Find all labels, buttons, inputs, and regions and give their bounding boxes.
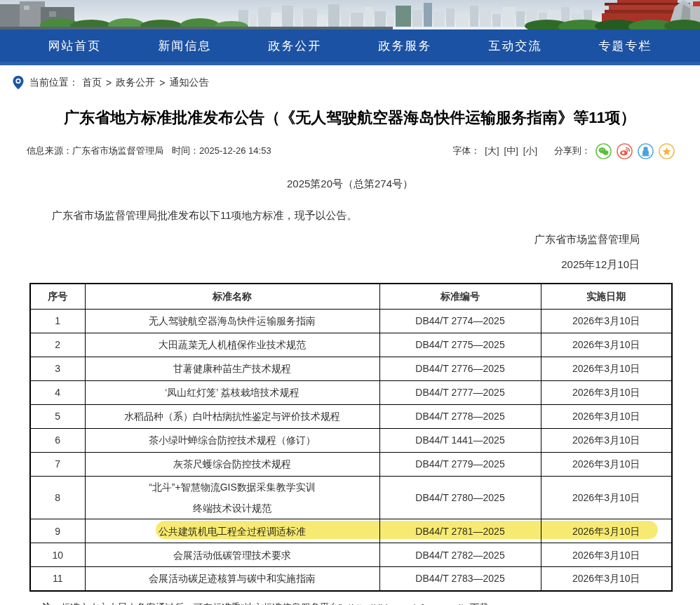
- cell-name: 会展活动碳足迹核算与碳中和实施指南: [85, 567, 379, 591]
- cell-seq: 8: [30, 476, 85, 519]
- standards-table-wrap: 序号 标准名称 标准编号 实施日期 1无人驾驶航空器海岛快件运输服务指南DB44…: [29, 283, 671, 591]
- cell-seq: 7: [30, 452, 85, 476]
- page-title: 广东省地方标准批准发布公告（《无人驾驶航空器海岛快件运输服务指南》等11项）: [28, 107, 672, 129]
- cell-seq: 2: [30, 333, 85, 357]
- table-row: 11会展活动碳足迹核算与碳中和实施指南DB44/T 2783—20252026年…: [30, 567, 672, 591]
- cell-name: 甘薯健康种苗生产技术规程: [85, 357, 379, 380]
- cell-date: 2026年3月10日: [541, 476, 672, 519]
- cell-code: DB44/T 2782—2025: [379, 543, 541, 567]
- table-row: 7灰茶尺蠖综合防控技术规程DB44/T 2779—20252026年3月10日: [30, 452, 672, 476]
- header-code: 标准编号: [379, 284, 541, 309]
- cell-date: 2026年3月10日: [541, 357, 672, 380]
- breadcrumb: 当前位置： 首页 > 政务公开 > 通知公告: [0, 65, 700, 95]
- cell-code: DB44/T 2777—2025: [379, 380, 541, 404]
- time-label: 时间：: [172, 145, 199, 156]
- share-wechat-icon[interactable]: [595, 143, 612, 159]
- font-size-large-button[interactable]: [大]: [485, 145, 499, 157]
- cell-code: DB44/T 2778—2025: [379, 404, 541, 428]
- cell-name: 大田蔬菜无人机植保作业技术规范: [85, 333, 379, 357]
- share-label: 分享到：: [554, 145, 591, 157]
- nav-item-special-topics[interactable]: 专题专栏: [570, 29, 680, 62]
- share-qq-icon[interactable]: [638, 143, 654, 159]
- cell-code: DB44/T 1441—2025: [379, 428, 541, 452]
- cell-name: 公共建筑机电工程全过程调适标准: [85, 519, 379, 543]
- cell-seq: 9: [30, 519, 85, 543]
- cell-date: 2026年3月10日: [541, 380, 672, 404]
- nav-item-gov-services[interactable]: 政务服务: [350, 29, 460, 62]
- cell-seq: 11: [30, 567, 85, 591]
- time-value: 2025-12-26 14:53: [199, 145, 271, 156]
- cell-date: 2026年3月10日: [541, 452, 672, 476]
- source-time: 信息来源：广东省市场监督管理局时间：2025-12-26 14:53: [27, 145, 271, 157]
- share-favorite-star-icon[interactable]: [659, 143, 675, 159]
- cell-code: DB44/T 2779—2025: [379, 452, 541, 476]
- cell-code: DB44/T 2774—2025: [379, 309, 541, 333]
- cell-name: “北斗”+智慧物流GIS数据采集教学实训 终端技术设计规范: [85, 476, 379, 519]
- table-row: 5水稻品种（系）白叶枯病抗性鉴定与评价技术规程DB44/T 2778—20252…: [30, 404, 672, 428]
- source-label: 信息来源：: [27, 145, 72, 156]
- nav-item-news[interactable]: 新闻信息: [130, 29, 240, 62]
- article-meta: 信息来源：广东省市场监督管理局时间：2025-12-26 14:53 字体： […: [27, 143, 675, 159]
- page: 网站首页 新闻信息 政务公开 政务服务 互动交流 专题专栏 当前位置： 首页 >…: [0, 0, 700, 605]
- main-nav: 网站首页 新闻信息 政务公开 政务服务 互动交流 专题专栏: [0, 29, 700, 62]
- header-name: 标准名称: [85, 284, 379, 309]
- doc-number: 2025第20号（总第274号）: [0, 178, 700, 191]
- cell-name: 会展活动低碳管理技术要求: [85, 543, 379, 567]
- cell-name: 水稻品种（系）白叶枯病抗性鉴定与评价技术规程: [85, 404, 379, 428]
- cell-name: 茶小绿叶蝉综合防控技术规程（修订）: [85, 428, 379, 452]
- cell-date: 2026年3月10日: [541, 543, 672, 567]
- location-pin-icon: [13, 76, 24, 90]
- cell-name: 灰茶尺蠖综合防控技术规程: [85, 452, 379, 476]
- font-size-medium-button[interactable]: [中]: [504, 145, 518, 157]
- cell-code: DB44/T 2776—2025: [379, 357, 541, 380]
- breadcrumb-separator: >: [105, 77, 112, 88]
- breadcrumb-separator: >: [159, 77, 166, 88]
- nav-item-gov-disclosure[interactable]: 政务公开: [240, 29, 350, 62]
- cityscape-graphic: [0, 0, 700, 29]
- sign-date: 2025年12月10日: [0, 258, 640, 272]
- cell-name: ‘凤山红灯笼’ 荔枝栽培技术规程: [85, 380, 379, 404]
- cell-code: DB44/T 2781—2025: [379, 519, 541, 543]
- table-row: 10会展活动低碳管理技术要求DB44/T 2782—20252026年3月10日: [30, 543, 672, 567]
- table-row: 8“北斗”+智慧物流GIS数据采集教学实训 终端技术设计规范DB44/T 278…: [30, 476, 672, 519]
- breadcrumb-gov-disclosure[interactable]: 政务公开: [116, 77, 155, 89]
- cell-date: 2026年3月10日: [541, 309, 672, 333]
- cell-code: DB44/T 2780—2025: [379, 476, 541, 519]
- footnote-text: 标准文本六十日内备案通过后，可在标准委“地方标准信息服务平台”（http://d…: [61, 602, 498, 605]
- cell-code: DB44/T 2775—2025: [379, 333, 541, 357]
- footnote: 注：标准文本六十日内备案通过后，可在标准委“地方标准信息服务平台”（http:/…: [42, 601, 671, 605]
- breadcrumb-label: 当前位置：: [29, 77, 79, 89]
- signer: 广东省市场监督管理局: [0, 233, 640, 246]
- announcement-body: 广东省市场监督管理局批准发布以下11项地方标准，现予以公告。: [31, 208, 669, 224]
- source-value: 广东省市场监督管理局: [72, 145, 163, 156]
- cell-seq: 5: [30, 404, 85, 428]
- font-label: 字体：: [452, 145, 480, 157]
- table-header-row: 序号 标准名称 标准编号 实施日期: [30, 284, 672, 309]
- table-row: 1无人驾驶航空器海岛快件运输服务指南DB44/T 2774—20252026年3…: [30, 309, 672, 333]
- cell-seq: 4: [30, 380, 85, 404]
- cell-name: 无人驾驶航空器海岛快件运输服务指南: [85, 309, 379, 333]
- standards-table-body: 1无人驾驶航空器海岛快件运输服务指南DB44/T 2774—20252026年3…: [30, 309, 672, 590]
- header-seq: 序号: [30, 284, 85, 309]
- cell-seq: 1: [30, 309, 85, 333]
- header-date: 实施日期: [541, 284, 672, 309]
- nav-item-interaction[interactable]: 互动交流: [460, 29, 570, 62]
- table-row: 3甘薯健康种苗生产技术规程DB44/T 2776—20252026年3月10日: [30, 357, 672, 380]
- share-weibo-icon[interactable]: [617, 143, 633, 159]
- breadcrumb-home[interactable]: 首页: [82, 77, 102, 89]
- cell-date: 2026年3月10日: [541, 428, 672, 452]
- cell-date: 2026年3月10日: [541, 519, 672, 543]
- footnote-label: 注：: [42, 602, 61, 605]
- table-row: 4‘凤山红灯笼’ 荔枝栽培技术规程DB44/T 2777—20252026年3月…: [30, 380, 672, 404]
- standards-table: 序号 标准名称 标准编号 实施日期 1无人驾驶航空器海岛快件运输服务指南DB44…: [29, 283, 673, 591]
- cell-date: 2026年3月10日: [541, 333, 672, 357]
- cell-date: 2026年3月10日: [541, 404, 672, 428]
- font-size-small-button[interactable]: [小]: [523, 145, 537, 157]
- table-row: 9公共建筑机电工程全过程调适标准DB44/T 2781—20252026年3月1…: [30, 519, 672, 543]
- table-row: 6茶小绿叶蝉综合防控技术规程（修订）DB44/T 1441—20252026年3…: [30, 428, 672, 452]
- nav-item-home[interactable]: 网站首页: [20, 29, 130, 62]
- cell-seq: 6: [30, 428, 85, 452]
- banner-image: [0, 0, 700, 29]
- cell-seq: 10: [30, 543, 85, 567]
- breadcrumb-notices[interactable]: 通知公告: [169, 77, 208, 89]
